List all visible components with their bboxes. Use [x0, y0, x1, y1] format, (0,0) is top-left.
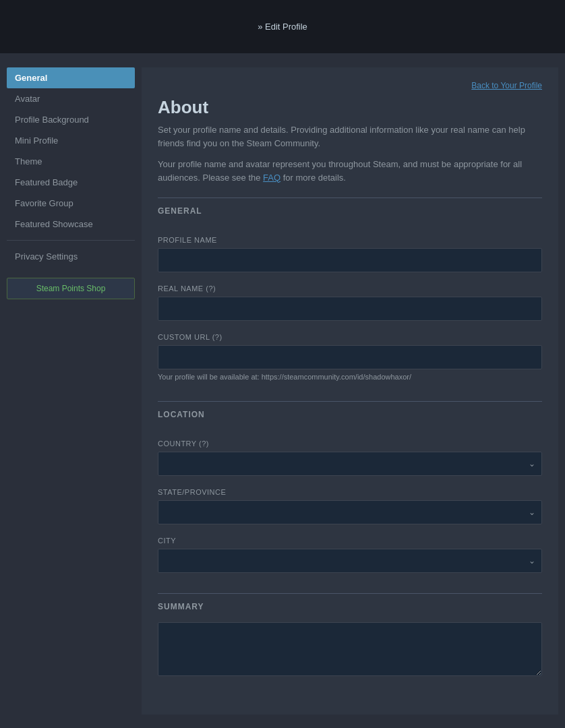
- sidebar-divider: [7, 240, 135, 241]
- sidebar-item-featured-showcase[interactable]: Featured Showcase: [7, 214, 135, 235]
- state-label: STATE/PROVINCE: [158, 488, 542, 496]
- location-section-header: LOCATION: [158, 401, 542, 419]
- sidebar-item-avatar[interactable]: Avatar: [7, 88, 135, 109]
- steam-points-shop-button[interactable]: Steam Points Shop: [7, 278, 135, 299]
- summary-field-group: [158, 622, 542, 678]
- country-select[interactable]: [158, 452, 542, 476]
- summary-section-title: SUMMARY: [158, 602, 542, 611]
- back-link[interactable]: Back to Your Profile: [158, 81, 542, 90]
- city-select-wrapper: ⌄: [158, 549, 542, 573]
- country-label: COUNTRY (?): [158, 439, 542, 448]
- profile-name-input[interactable]: [158, 248, 542, 272]
- sidebar-item-favorite-group[interactable]: Favorite Group: [7, 193, 135, 214]
- location-section-title: LOCATION: [158, 410, 542, 419]
- about-desc2-suffix: for more details.: [280, 173, 346, 183]
- real-name-label: REAL NAME (?): [158, 284, 542, 293]
- country-field-group: COUNTRY (?) ⌄: [158, 439, 542, 476]
- sidebar-item-profile-background[interactable]: Profile Background: [7, 109, 135, 130]
- custom-url-hint: Your profile will be available at: https…: [158, 373, 542, 381]
- sidebar-item-general[interactable]: General: [7, 67, 135, 88]
- state-field-group: STATE/PROVINCE ⌄: [158, 488, 542, 524]
- general-section-title: GENERAL: [158, 206, 542, 216]
- custom-url-field-group: CUSTOM URL (?) Your profile will be avai…: [158, 333, 542, 381]
- city-field-group: CITY ⌄: [158, 537, 542, 573]
- main-content: General Avatar Profile Background Mini P…: [0, 54, 565, 728]
- real-name-input[interactable]: [158, 297, 542, 321]
- top-bar-prefix: »: [258, 22, 262, 32]
- country-select-wrapper: ⌄: [158, 452, 542, 476]
- state-select[interactable]: [158, 500, 542, 524]
- sidebar: General Avatar Profile Background Mini P…: [7, 67, 135, 715]
- top-bar-title: » Edit Profile: [258, 22, 307, 32]
- state-select-wrapper: ⌄: [158, 500, 542, 524]
- real-name-field-group: REAL NAME (?): [158, 284, 542, 321]
- custom-url-input[interactable]: [158, 345, 542, 369]
- sidebar-item-featured-badge[interactable]: Featured Badge: [7, 172, 135, 193]
- about-description: Set your profile name and details. Provi…: [158, 123, 542, 150]
- profile-name-field-group: PROFILE NAME: [158, 236, 542, 272]
- city-label: CITY: [158, 537, 542, 545]
- content-area: Back to Your Profile About Set your prof…: [142, 67, 558, 715]
- city-select[interactable]: [158, 549, 542, 573]
- sidebar-item-theme[interactable]: Theme: [7, 151, 135, 172]
- top-bar: » Edit Profile: [0, 0, 565, 54]
- summary-input[interactable]: [158, 622, 542, 676]
- sidebar-item-mini-profile[interactable]: Mini Profile: [7, 130, 135, 151]
- sidebar-item-privacy-settings[interactable]: Privacy Settings: [7, 246, 135, 267]
- profile-name-label: PROFILE NAME: [158, 236, 542, 244]
- summary-section-header: SUMMARY: [158, 593, 542, 611]
- custom-url-label: CUSTOM URL (?): [158, 333, 542, 341]
- page-title: About: [158, 97, 542, 118]
- general-section-header: GENERAL: [158, 198, 542, 216]
- about-description-2: Your profile name and avatar represent y…: [158, 158, 542, 184]
- faq-link[interactable]: FAQ: [263, 173, 280, 183]
- top-bar-title-text: Edit Profile: [265, 22, 307, 32]
